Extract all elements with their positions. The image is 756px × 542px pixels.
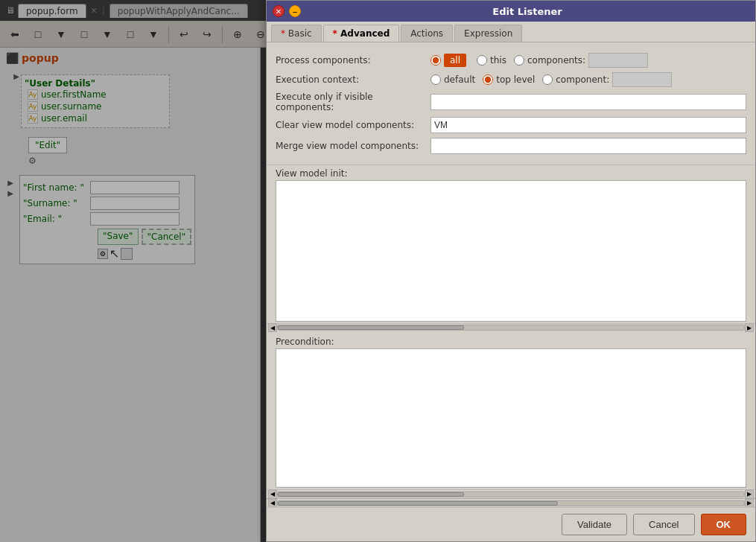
components-text-input[interactable] [588, 53, 648, 68]
radio-toplevel-input[interactable] [483, 74, 493, 85]
tab-advanced[interactable]: Advanced [323, 25, 400, 42]
radio-toplevel: top level [483, 74, 535, 85]
merge-view-label: Merge view model components: [276, 141, 425, 151]
precondition-textarea[interactable] [276, 348, 746, 488]
scroll-left-btn-3[interactable]: ◀ [268, 499, 277, 508]
clear-view-input[interactable] [431, 117, 746, 133]
scrollbar-row-1: ◀ ▶ [267, 323, 755, 332]
radio-component-input[interactable] [542, 74, 553, 85]
scroll-right-btn-2[interactable]: ▶ [745, 490, 754, 499]
scroll-right-btn-3[interactable]: ▶ [745, 499, 754, 508]
radio-component-label: component: [556, 74, 609, 85]
scrollbar-row-3: ◀ ▶ [267, 498, 755, 507]
modal-minimize-button[interactable]: – [289, 5, 301, 17]
tab-actions[interactable]: Actions [401, 25, 453, 42]
merge-view-input[interactable] [431, 138, 746, 154]
edit-listener-modal: ✕ – Edit Listener Basic Advanced Actions… [266, 0, 756, 542]
scroll-track-3[interactable] [277, 500, 745, 506]
modal-titlebar: ✕ – Edit Listener [267, 1, 755, 22]
process-components-group: all this components: [431, 53, 648, 68]
execution-context-group: default top level component: [431, 72, 672, 87]
scroll-left-btn-2[interactable]: ◀ [268, 490, 277, 499]
tab-basic[interactable]: Basic [271, 25, 322, 42]
radio-component: component: [542, 72, 672, 87]
radio-default-input[interactable] [431, 74, 441, 85]
modal-footer: Validate Cancel OK [267, 507, 755, 541]
cancel-button[interactable]: Cancel [633, 514, 694, 535]
radio-toplevel-label: top level [496, 74, 535, 85]
radio-components-input[interactable] [514, 55, 524, 66]
scroll-track-2[interactable] [277, 491, 745, 497]
view-model-init-section: View model init: [267, 165, 755, 323]
scroll-thumb-2 [278, 492, 464, 497]
radio-this-input[interactable] [477, 55, 487, 66]
radio-this: this [477, 55, 506, 66]
tab-actions-label: Actions [410, 28, 443, 39]
radio-components-label: components: [527, 55, 585, 66]
execute-only-label: Execute only if visible components: [276, 92, 425, 112]
view-model-init-textarea[interactable] [276, 180, 746, 322]
execution-context-row: Execution context: default top level [276, 72, 746, 87]
execute-only-input[interactable] [431, 94, 746, 110]
modal-close-button[interactable]: ✕ [273, 5, 285, 17]
modal-tabs: Basic Advanced Actions Expression [267, 22, 755, 42]
tab-advanced-label: Advanced [340, 28, 390, 39]
tab-expression[interactable]: Expression [454, 25, 522, 42]
execute-only-row: Execute only if visible components: [276, 92, 746, 112]
view-model-init-label: View model init: [267, 165, 755, 180]
scroll-right-btn[interactable]: ▶ [745, 323, 754, 332]
scroll-thumb-3 [278, 501, 558, 506]
ok-button[interactable]: OK [701, 514, 747, 535]
radio-default: default [431, 74, 475, 85]
radio-components: components: [514, 53, 648, 68]
tab-expression-label: Expression [464, 28, 512, 39]
radio-all-input[interactable] [431, 55, 441, 66]
form-section: Process components: all this [267, 42, 755, 165]
radio-this-label: this [490, 55, 506, 66]
modal-title: Edit Listener [305, 6, 749, 17]
radio-all: all [431, 54, 469, 67]
modal-content: Process components: all this [267, 42, 755, 507]
clear-view-label: Clear view model components: [276, 120, 425, 130]
process-components-row: Process components: all this [276, 53, 746, 68]
validate-button[interactable]: Validate [562, 514, 627, 535]
component-text-input[interactable] [612, 72, 672, 87]
precondition-section: Precondition: [267, 332, 755, 490]
main-container: ⬛ popup ▶ "User Details" Ay user.firstNa… [0, 48, 756, 542]
precondition-label: Precondition: [267, 332, 755, 348]
process-components-label: Process components: [276, 55, 425, 66]
all-badge: all [444, 54, 466, 67]
scroll-left-btn[interactable]: ◀ [268, 323, 277, 332]
scroll-thumb-1 [278, 325, 464, 330]
scroll-track-1[interactable] [277, 325, 745, 331]
clear-view-row: Clear view model components: [276, 117, 746, 133]
modal-overlay: ✕ – Edit Listener Basic Advanced Actions… [0, 0, 756, 542]
radio-default-label: default [444, 74, 475, 85]
tab-basic-label: Basic [288, 28, 312, 39]
scrollbar-row-2: ◀ ▶ [267, 489, 755, 498]
merge-view-row: Merge view model components: [276, 138, 746, 154]
execution-context-label: Execution context: [276, 74, 425, 85]
